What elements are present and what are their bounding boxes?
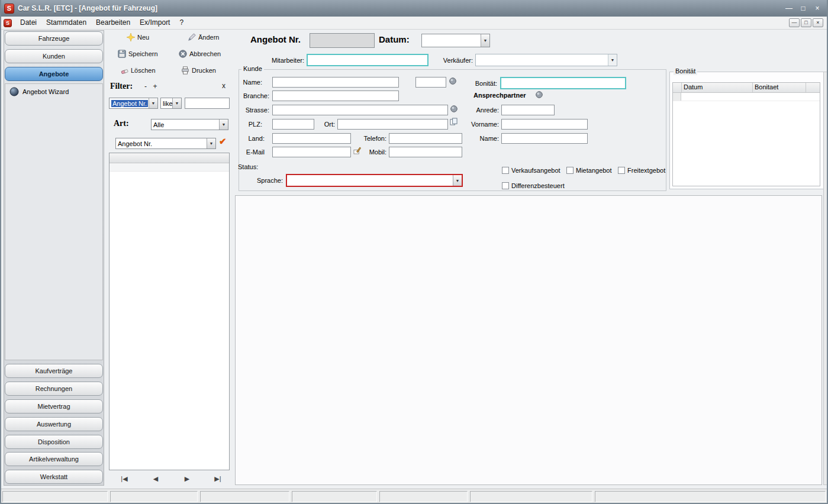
filter-operator-select[interactable]: like (160, 98, 182, 109)
sidebar-item-artikelverwaltung[interactable]: Artikelverwaltung (5, 452, 103, 466)
filter-remove-button[interactable]: - (142, 82, 149, 91)
nav-first-button[interactable]: |◀ (117, 473, 131, 484)
window-controls: — □ × (782, 2, 824, 14)
spacer-column-header (806, 83, 820, 92)
land-input[interactable] (272, 133, 351, 144)
copy-icon[interactable] (450, 118, 458, 125)
filter-add-button[interactable]: + (152, 82, 159, 91)
verkaufsangebot-checkbox[interactable] (502, 167, 509, 174)
sidebar-item-kunden[interactable]: Kunden (5, 49, 103, 63)
mitarbeiter-label: Mitarbeiter: (251, 55, 304, 66)
mitarbeiter-input[interactable] (307, 54, 429, 66)
chevron-down-icon[interactable] (608, 54, 617, 66)
datum-label: Datum: (379, 34, 410, 44)
vorname-input[interactable] (501, 119, 588, 130)
filter-operator-value: like (161, 99, 172, 108)
status-segment (292, 491, 377, 502)
mdi-minimize-button[interactable]: — (789, 18, 800, 27)
menu-stammdaten[interactable]: Stammdaten (41, 17, 91, 29)
sort-field-select[interactable]: Angebot Nr. (115, 138, 216, 149)
sidebar-item-werkstatt[interactable]: Werkstatt (5, 470, 103, 484)
status-segment (595, 491, 826, 502)
branche-input[interactable] (272, 91, 399, 101)
lookup-gem-icon[interactable] (536, 91, 543, 98)
ansprechpartner-name-input[interactable] (501, 133, 588, 144)
chevron-down-icon[interactable] (207, 138, 215, 148)
right-scrollbar[interactable] (823, 72, 827, 485)
sidebar-item-mietvertrag[interactable]: Mietvertrag (5, 399, 103, 413)
menu-help[interactable]: ? (175, 17, 188, 29)
bonitaet-empty-row (673, 93, 820, 101)
name-input[interactable] (272, 77, 399, 88)
menu-datei[interactable]: Datei (15, 17, 41, 29)
verkaufsangebot-label: Verkaufsangebot (511, 167, 560, 175)
sprache-label: Sprache: (253, 175, 283, 186)
freitextgebot-checkbox[interactable] (618, 167, 625, 174)
abbrechen-button[interactable]: Abbrechen (179, 49, 221, 59)
bonitaet-label: Bonität: (466, 78, 497, 89)
menu-eximport[interactable]: Ex/Import (135, 17, 175, 29)
datum-column-header[interactable]: Datum (682, 83, 753, 92)
telefon-input[interactable] (389, 133, 462, 144)
neu-button[interactable]: Neu (127, 32, 149, 42)
bonitaet-table[interactable]: Datum Bonitaet (672, 82, 820, 186)
sprache-select[interactable] (286, 174, 463, 187)
aendern-button[interactable]: Ändern (188, 32, 219, 42)
bonitaet-input[interactable] (500, 77, 626, 89)
minimize-button[interactable]: — (782, 2, 796, 14)
bonitaet-column-header[interactable]: Bonitaet (753, 83, 806, 92)
status-segment (470, 491, 592, 502)
nav-last-button[interactable]: ▶| (211, 473, 225, 484)
sidebar-item-angebot-wizard[interactable]: Angebot Wizard (9, 87, 69, 96)
nav-next-button[interactable]: ▶ (180, 473, 194, 484)
speichern-button[interactable]: Speichern (118, 49, 158, 59)
status-segment (379, 491, 468, 502)
sidebar-item-rechnungen[interactable]: Rechnungen (5, 382, 103, 396)
drucken-button[interactable]: Drucken (181, 65, 216, 75)
maximize-button[interactable]: □ (796, 2, 810, 14)
angebot-list-header[interactable] (109, 153, 229, 163)
strasse-input[interactable] (272, 105, 448, 115)
ort-input[interactable] (337, 119, 448, 130)
sidebar-item-auswertung[interactable]: Auswertung (5, 417, 103, 431)
plz-input[interactable] (272, 119, 314, 130)
chevron-down-icon[interactable] (453, 175, 462, 186)
loeschen-button[interactable]: Löschen (120, 65, 156, 75)
status-segment (2, 491, 108, 502)
verkaeufer-select[interactable] (475, 54, 617, 66)
close-button[interactable]: × (810, 2, 824, 14)
differenzbesteuert-checkbox[interactable] (502, 182, 509, 189)
chevron-down-icon[interactable] (172, 98, 181, 108)
chevron-down-icon[interactable] (149, 98, 157, 108)
datum-select[interactable] (421, 34, 490, 47)
mdi-restore-button[interactable]: □ (801, 18, 811, 27)
mdi-window-controls: — □ × (789, 18, 823, 27)
angebot-list[interactable] (109, 153, 230, 470)
filter-field-select[interactable]: Angebot Nr. (109, 98, 158, 109)
loeschen-label: Löschen (131, 67, 156, 74)
sidebar-item-angebote[interactable]: Angebote (5, 67, 103, 81)
lookup-gem-icon[interactable] (450, 105, 458, 112)
nav-prev-button[interactable]: ◀ (149, 473, 163, 484)
lookup-gem-icon[interactable] (449, 77, 456, 85)
sidebar-item-fahrzeuge[interactable]: Fahrzeuge (5, 31, 103, 46)
sidebar-item-disposition[interactable]: Disposition (5, 435, 103, 449)
anrede-input[interactable] (501, 105, 555, 115)
sidebar-item-kaufvertraege[interactable]: Kaufverträge (5, 364, 103, 378)
verkaeufer-label: Verkäufer: (424, 55, 473, 66)
chevron-down-icon[interactable] (481, 34, 489, 47)
mdi-close-button[interactable]: × (813, 18, 823, 27)
filter-label: Filter: (110, 82, 133, 91)
neu-label: Neu (137, 34, 149, 41)
mobil-input[interactable] (389, 147, 462, 157)
angebot-nr-label: Angebot Nr. (250, 34, 301, 44)
telefon-label: Telefon: (351, 133, 386, 144)
mietangebot-checkbox[interactable] (566, 167, 574, 174)
sidebar-item-label: Angebot Wizard (22, 88, 69, 95)
save-floppy-icon (118, 50, 126, 58)
kunden-nr-input[interactable] (415, 77, 446, 88)
name-label: Name: (216, 77, 262, 88)
art-value: Alle (152, 120, 219, 130)
menu-bearbeiten[interactable]: Bearbeiten (91, 17, 135, 29)
email-input[interactable] (272, 147, 351, 157)
